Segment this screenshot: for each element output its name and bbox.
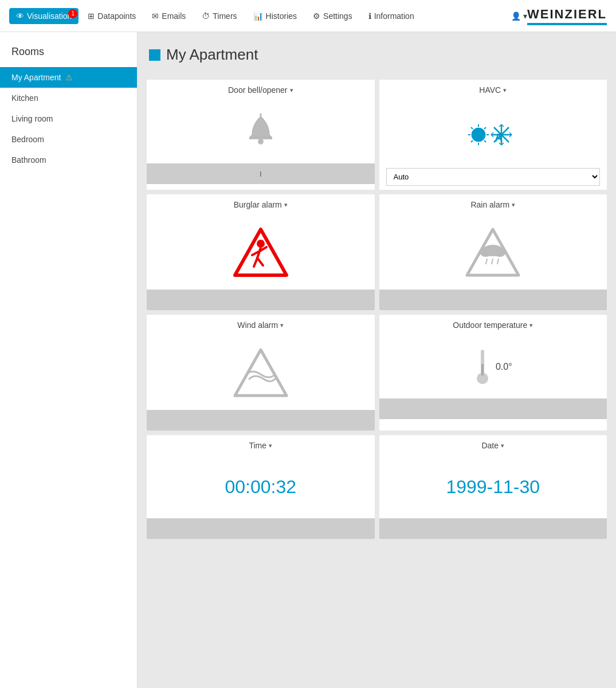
grid-icon: ⊞ (88, 11, 95, 21)
widget-time-title: Time (249, 441, 266, 450)
sidebar-item-kitchen[interactable]: Kitchen (0, 88, 137, 108)
time-value: 00:00:32 (215, 467, 305, 507)
sidebar-item-my-apartment[interactable]: My Apartment ⚠ (0, 67, 137, 88)
widget-rain-body (379, 215, 607, 290)
page-header: My Apartment (147, 41, 607, 68)
page-title: My Apartment (166, 46, 258, 64)
eye-icon: 👁 (16, 11, 24, 21)
user-menu[interactable]: 👤 ▾ (511, 11, 527, 21)
widget-wind-body (147, 335, 375, 410)
chevron-down-icon: ▾ (501, 442, 504, 449)
nav-timers[interactable]: ⏱ Timers (195, 8, 244, 24)
widget-outdoor-temp-body: 0.0° (379, 335, 607, 398)
svg-marker-38 (235, 350, 287, 396)
widget-time: Time ▾ 00:00:32 (147, 435, 375, 539)
chevron-down-icon: ▾ (503, 87, 507, 94)
nav-datapoints[interactable]: ⊞ Datapoints (81, 8, 143, 24)
svg-rect-41 (481, 364, 484, 376)
widget-wind-header[interactable]: Wind alarm ▾ (147, 315, 375, 335)
header: 👁 Visualisation 1 ⊞ Datapoints ✉ Emails … (0, 0, 616, 32)
nav-settings[interactable]: ⚙ Settings (306, 8, 359, 24)
widget-doorbell-title: Door bell/opener (228, 85, 288, 95)
chevron-down-icon: ▾ (284, 201, 288, 209)
widget-date-header[interactable]: Date ▾ (379, 435, 607, 456)
sidebar-title: Rooms (0, 41, 137, 67)
sidebar: Rooms My Apartment ⚠ Kitchen Living room… (0, 32, 138, 688)
thermometer-container: 0.0° (474, 347, 512, 387)
bell-icon (241, 112, 281, 152)
widget-havc-title: HAVC (479, 85, 501, 95)
widget-date-body: 1999-11-30 (379, 456, 607, 518)
date-value: 1999-11-30 (437, 467, 549, 507)
widget-wind: Wind alarm ▾ (147, 315, 375, 431)
svg-line-8 (484, 140, 486, 142)
nav-emails[interactable]: ✉ Emails (145, 8, 193, 24)
widget-wind-title: Wind alarm (237, 320, 278, 330)
widget-burglar-footer (147, 290, 375, 310)
svg-point-2 (472, 128, 485, 142)
rain-alarm-icon (464, 226, 521, 278)
widget-rain: Rain alarm ▾ (379, 194, 607, 310)
widget-doorbell-body (147, 100, 375, 163)
sidebar-item-label: Bedroom (11, 135, 44, 144)
havc-icon: A (461, 112, 524, 158)
wind-alarm-icon (232, 347, 289, 398)
nav-information[interactable]: ℹ Information (362, 8, 421, 24)
widget-date: Date ▾ 1999-11-30 (379, 435, 607, 539)
widget-burglar-title: Burglar alarm (234, 200, 282, 209)
widget-outdoor-temp: Outdoor temperature ▾ 0.0° (379, 315, 607, 431)
widget-burglar: Burglar alarm ▾ (147, 194, 375, 310)
svg-marker-24 (235, 229, 287, 275)
widget-outdoor-temp-footer (379, 398, 607, 419)
sidebar-item-bedroom[interactable]: Bedroom (0, 129, 137, 150)
chevron-down-icon: ▾ (269, 442, 272, 449)
widget-havc-footer: Auto Heat Cool Fan Dry (379, 169, 607, 190)
nav: 👁 Visualisation 1 ⊞ Datapoints ✉ Emails … (9, 8, 511, 24)
thermometer-icon (474, 347, 491, 387)
widget-time-footer (147, 518, 375, 539)
widget-wind-footer (147, 410, 375, 431)
nav-visualisation[interactable]: 👁 Visualisation 1 (9, 8, 79, 24)
widget-outdoor-temp-header[interactable]: Outdoor temperature ▾ (379, 315, 607, 335)
temperature-value: 0.0° (496, 362, 512, 372)
warning-icon: ⚠ (65, 73, 73, 82)
svg-point-0 (258, 139, 264, 144)
widget-outdoor-temp-title: Outdoor temperature (453, 320, 527, 330)
user-icon: 👤 (511, 11, 521, 21)
widget-rain-title: Rain alarm (470, 200, 509, 209)
svg-point-33 (480, 249, 492, 257)
sidebar-item-living-room[interactable]: Living room (0, 108, 137, 129)
page-header-square (149, 49, 160, 61)
main-content: My Apartment Door bell/opener ▾ (138, 32, 616, 688)
info-icon: ℹ (368, 11, 371, 21)
chevron-down-icon: ▾ (523, 11, 527, 21)
widget-time-header[interactable]: Time ▾ (147, 435, 375, 456)
sidebar-item-label: Kitchen (11, 93, 38, 103)
widget-time-body: 00:00:32 (147, 456, 375, 518)
widget-doorbell: Door bell/opener ▾ I (147, 80, 375, 190)
svg-line-9 (484, 127, 486, 129)
nav-label: Histories (266, 11, 297, 21)
widget-burglar-header[interactable]: Burglar alarm ▾ (147, 194, 375, 215)
burglar-alarm-icon (232, 226, 289, 278)
sidebar-item-label: Bathroom (11, 155, 46, 165)
sidebar-item-bathroom[interactable]: Bathroom (0, 150, 137, 170)
widget-date-footer (379, 518, 607, 539)
gear-icon: ⚙ (313, 11, 320, 21)
chevron-down-icon: ▾ (529, 322, 533, 329)
nav-label: Emails (162, 11, 186, 21)
widget-havc-header[interactable]: HAVC ▾ (379, 80, 607, 100)
widget-burglar-body (147, 215, 375, 290)
nav-label: Visualisation (27, 11, 72, 21)
nav-histories[interactable]: 📊 Histories (246, 8, 304, 24)
chart-icon: 📊 (253, 11, 263, 21)
svg-text:A: A (495, 131, 503, 144)
havc-mode-select[interactable]: Auto Heat Cool Fan Dry (386, 168, 601, 186)
widget-doorbell-header[interactable]: Door bell/opener ▾ (147, 80, 375, 100)
svg-line-10 (471, 140, 473, 142)
widget-rain-header[interactable]: Rain alarm ▾ (379, 194, 607, 215)
nav-label: Datapoints (97, 11, 136, 21)
widget-doorbell-footer[interactable]: I (147, 163, 375, 184)
logo: WEINZIERL (527, 7, 607, 25)
chevron-down-icon: ▾ (512, 201, 515, 209)
